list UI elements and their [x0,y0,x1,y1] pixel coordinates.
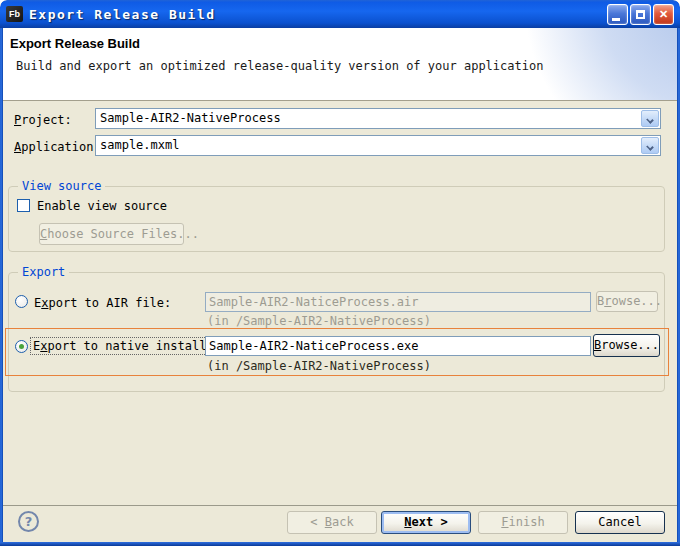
air-browse-button: Browse... [596,291,658,312]
window-title: Export Release Build [29,7,607,22]
help-button[interactable]: ? [18,511,39,532]
application-combo-value: sample.mxml [96,136,640,155]
application-combo[interactable]: sample.mxml [95,135,661,156]
maximize-button[interactable] [630,4,651,25]
cancel-button[interactable]: Cancel [575,511,665,534]
export-to-air-file-radio[interactable] [15,295,28,308]
application-combo-dropdown-button[interactable] [641,137,659,154]
page-title: Export Release Build [10,36,140,51]
air-file-location-hint: (in /Sample-AIR2-NativeProcess) [207,314,431,328]
native-installer-location-hint: (in /Sample-AIR2-NativeProcess) [207,359,431,373]
export-to-native-installer-label[interactable]: Export to native installer: [31,338,230,354]
view-source-group-label: View source [18,179,105,193]
radio-dot-icon [19,344,24,349]
choose-source-files-button: Choose Source Files... [39,223,184,245]
wizard-banner: Export Release Build Build and export an… [3,28,677,101]
maximize-icon [636,10,645,19]
close-button[interactable]: ✕ [653,4,674,25]
native-installer-path-input[interactable] [205,336,591,356]
project-combo-dropdown-button[interactable] [641,110,659,127]
export-release-build-dialog: Fb Export Release Build ✕ Export Release… [0,0,680,546]
view-source-group: View source Enable view source Choose So… [8,186,665,252]
question-mark-icon: ? [25,514,33,529]
minimize-icon [612,18,620,21]
next-button[interactable]: Next > [381,511,471,534]
title-bar[interactable]: Fb Export Release Build ✕ [0,0,680,28]
back-button: < Back [287,511,377,534]
chevron-down-icon [646,143,654,151]
minimize-button[interactable] [607,4,628,25]
enable-view-source-checkbox[interactable] [17,199,30,212]
project-combo[interactable]: Sample-AIR2-NativeProcess [95,108,661,129]
close-icon: ✕ [659,8,668,20]
window-border [0,542,680,546]
footer-separator [0,505,680,506]
page-subtitle: Build and export an optimized release-qu… [16,59,543,73]
window-border [0,28,3,546]
project-combo-value: Sample-AIR2-NativeProcess [96,109,640,128]
export-group-label: Export [18,265,69,279]
finish-button: Finish [478,511,568,534]
native-browse-button[interactable]: Browse... [593,334,660,357]
enable-view-source-label: Enable view source [37,199,167,213]
flash-builder-app-icon: Fb [6,6,23,22]
export-to-native-installer-radio[interactable] [15,340,28,353]
window-controls: ✕ [607,4,674,25]
project-label: Project: [14,113,72,127]
air-file-path-input [205,292,591,312]
application-label: Application: [14,140,101,154]
chevron-down-icon [646,116,654,124]
export-to-air-file-label[interactable]: Export to AIR file: [34,296,171,310]
